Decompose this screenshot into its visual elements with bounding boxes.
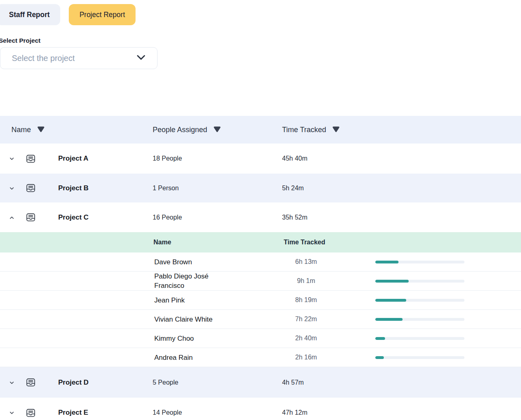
column-header-name[interactable]: Name bbox=[11, 125, 153, 135]
detail-row[interactable]: Jean Pink8h 19m bbox=[0, 291, 521, 310]
column-header-people[interactable]: People Assigned bbox=[153, 125, 282, 135]
person-name: Dave Brown bbox=[154, 257, 236, 267]
progress-fill bbox=[375, 299, 406, 302]
table-body: Project A18 People45h 40mProject B1 Pers… bbox=[0, 144, 521, 420]
column-header-time[interactable]: Time Tracked bbox=[282, 125, 521, 135]
select-project-label: Select Project bbox=[0, 37, 521, 44]
person-name: Andrea Rain bbox=[154, 353, 236, 362]
progress-track bbox=[375, 299, 464, 302]
column-header-label: Time Tracked bbox=[282, 126, 326, 134]
tab-project-report[interactable]: Project Report bbox=[69, 4, 136, 25]
table-header-row: Name People Assigned Time Tracked bbox=[0, 116, 521, 144]
detail-column-header-time: Time Tracked bbox=[284, 239, 521, 246]
chevron-down-icon[interactable] bbox=[9, 380, 15, 385]
chevron-up-icon[interactable] bbox=[9, 215, 15, 220]
inbox-icon bbox=[25, 377, 36, 388]
project-select-placeholder: Select the project bbox=[12, 54, 75, 63]
project-time-tracked: 5h 24m bbox=[282, 185, 521, 192]
sort-triangle-icon[interactable] bbox=[213, 125, 221, 135]
detail-row[interactable]: Dave Brown6h 13m bbox=[0, 252, 521, 272]
time-progress-bar bbox=[375, 261, 464, 263]
progress-track bbox=[375, 356, 464, 359]
project-row[interactable]: Project A18 People45h 40m bbox=[0, 144, 521, 174]
progress-track bbox=[375, 280, 464, 283]
chevron-down-icon[interactable] bbox=[9, 156, 15, 161]
person-name: Kimmy Choo bbox=[154, 334, 236, 343]
progress-fill bbox=[375, 318, 403, 321]
project-row[interactable]: Project C16 People35h 52m bbox=[0, 202, 521, 232]
project-report-page: Staff Report Project Report Select Proje… bbox=[0, 0, 521, 420]
time-progress-bar bbox=[375, 356, 464, 359]
detail-row[interactable]: Vivian Claire White7h 22m bbox=[0, 310, 521, 329]
person-time-tracked: 7h 22m bbox=[284, 316, 328, 323]
chevron-down-icon[interactable] bbox=[9, 185, 15, 191]
project-row[interactable]: Project E14 People47h 12m bbox=[0, 398, 521, 420]
project-select[interactable]: Select the project bbox=[0, 47, 158, 69]
detail-row[interactable]: Pablo Diego José Francisco9h 1m bbox=[0, 272, 521, 291]
person-time-tracked: 2h 40m bbox=[284, 335, 328, 342]
chevron-down-icon[interactable] bbox=[9, 410, 15, 416]
project-people-assigned: 5 People bbox=[153, 379, 282, 386]
project-name: Project E bbox=[58, 409, 131, 417]
time-progress-bar bbox=[375, 280, 464, 283]
chevron-down-icon bbox=[135, 51, 147, 65]
project-time-tracked: 4h 57m bbox=[282, 379, 521, 386]
inbox-icon bbox=[25, 407, 36, 418]
report-tabs: Staff Report Project Report bbox=[0, 0, 521, 25]
project-time-tracked: 35h 52m bbox=[282, 214, 521, 221]
column-header-label: Name bbox=[11, 126, 31, 134]
project-name: Project B bbox=[58, 184, 131, 192]
progress-fill bbox=[375, 337, 385, 340]
project-name: Project C bbox=[58, 213, 131, 222]
projects-table: Name People Assigned Time Tracked Projec… bbox=[0, 116, 521, 420]
project-name: Project D bbox=[58, 379, 131, 387]
inbox-icon bbox=[25, 153, 36, 164]
sort-triangle-icon[interactable] bbox=[37, 125, 45, 135]
progress-track bbox=[375, 261, 464, 263]
progress-track bbox=[375, 337, 464, 340]
project-people-assigned: 18 People bbox=[153, 155, 282, 162]
project-people-assigned: 1 Person bbox=[153, 185, 282, 192]
progress-track bbox=[375, 318, 464, 321]
project-people-assigned: 16 People bbox=[153, 214, 282, 221]
detail-column-header-name: Name bbox=[153, 239, 284, 246]
detail-row[interactable]: Andrea Rain2h 16m bbox=[0, 348, 521, 367]
detail-row[interactable]: Kimmy Choo2h 40m bbox=[0, 329, 521, 348]
person-name: Jean Pink bbox=[154, 296, 236, 305]
time-progress-bar bbox=[375, 318, 464, 321]
project-row[interactable]: Project D5 People4h 57m bbox=[0, 367, 521, 398]
person-time-tracked: 6h 13m bbox=[284, 258, 328, 265]
progress-fill bbox=[375, 261, 398, 263]
inbox-icon bbox=[25, 183, 36, 194]
person-name: Pablo Diego José Francisco bbox=[154, 272, 236, 290]
column-header-label: People Assigned bbox=[153, 126, 207, 134]
project-row[interactable]: Project B1 Person5h 24m bbox=[0, 174, 521, 202]
progress-fill bbox=[375, 356, 384, 359]
project-time-tracked: 45h 40m bbox=[282, 155, 521, 162]
time-progress-bar bbox=[375, 337, 464, 340]
person-time-tracked: 2h 16m bbox=[284, 354, 328, 361]
person-name: Vivian Claire White bbox=[154, 315, 236, 324]
detail-header-row: NameTime Tracked bbox=[0, 232, 521, 252]
tab-staff-report[interactable]: Staff Report bbox=[0, 4, 60, 25]
inbox-icon bbox=[25, 212, 36, 223]
project-name: Project A bbox=[58, 155, 131, 163]
sort-triangle-icon[interactable] bbox=[332, 125, 340, 135]
time-progress-bar bbox=[375, 299, 464, 302]
person-time-tracked: 8h 19m bbox=[284, 296, 328, 304]
project-time-tracked: 47h 12m bbox=[282, 409, 521, 416]
project-people-assigned: 14 People bbox=[153, 409, 282, 416]
person-time-tracked: 9h 1m bbox=[284, 277, 328, 285]
progress-fill bbox=[375, 280, 409, 283]
